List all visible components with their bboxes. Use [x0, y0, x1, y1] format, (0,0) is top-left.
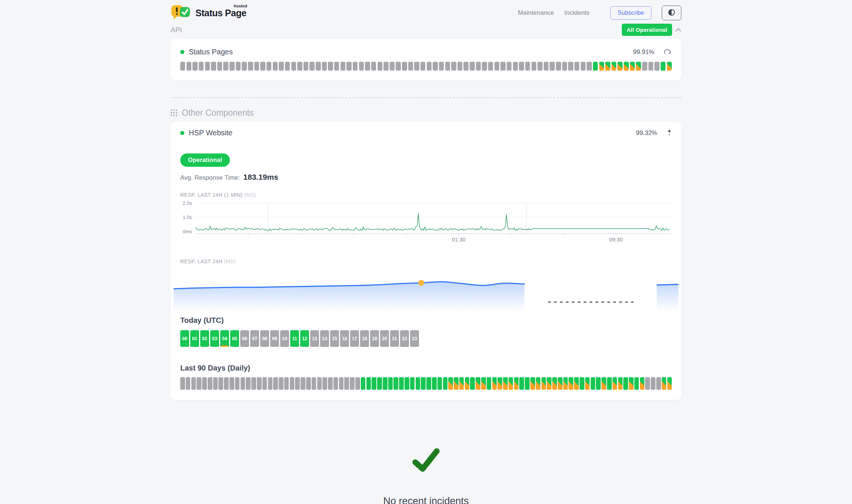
- uptime-bar[interactable]: [223, 62, 228, 71]
- uptime-bar[interactable]: [476, 62, 481, 71]
- day-bar[interactable]: [202, 377, 207, 390]
- day-bar[interactable]: [372, 377, 376, 390]
- day-bar[interactable]: [634, 377, 639, 390]
- day-bar[interactable]: [563, 377, 568, 390]
- hour-cell-16[interactable]: 16: [340, 330, 349, 347]
- day-bar[interactable]: [514, 377, 519, 390]
- uptime-bar[interactable]: [605, 62, 610, 71]
- day-bar[interactable]: [393, 377, 398, 390]
- uptime-bar[interactable]: [260, 62, 265, 71]
- uptime-bar[interactable]: [599, 62, 604, 71]
- day-bar[interactable]: [421, 377, 426, 390]
- day-bar[interactable]: [355, 377, 360, 390]
- uptime-bar[interactable]: [414, 62, 419, 71]
- day-bar[interactable]: [492, 377, 497, 390]
- uptime-bar[interactable]: [187, 62, 191, 71]
- nav-link-incidents[interactable]: Incidents: [564, 9, 590, 16]
- day-bar[interactable]: [454, 377, 459, 390]
- day-bar[interactable]: [509, 377, 513, 390]
- uptime-bar[interactable]: [322, 62, 327, 71]
- day-bar[interactable]: [459, 377, 464, 390]
- uptime-bar[interactable]: [192, 62, 197, 71]
- uptime-bar[interactable]: [248, 62, 253, 71]
- uptime-bar[interactable]: [587, 62, 591, 71]
- day-bar[interactable]: [410, 377, 415, 390]
- uptime-bar[interactable]: [451, 62, 456, 71]
- day-bar[interactable]: [558, 377, 563, 390]
- uptime-bar[interactable]: [661, 62, 665, 71]
- day-bar[interactable]: [241, 377, 245, 390]
- uptime-bar[interactable]: [463, 62, 468, 71]
- uptime-bar[interactable]: [316, 62, 321, 71]
- uptime-bar[interactable]: [624, 62, 628, 71]
- day-bar[interactable]: [306, 377, 311, 390]
- uptime-bar[interactable]: [420, 62, 425, 71]
- day-bar[interactable]: [568, 377, 573, 390]
- hour-cell-09[interactable]: 09: [270, 330, 279, 347]
- hour-cell-22[interactable]: 22: [400, 330, 409, 347]
- uptime-bar[interactable]: [568, 62, 573, 71]
- uptime-bar[interactable]: [500, 62, 505, 71]
- uptime-bar[interactable]: [408, 62, 413, 71]
- day-bar[interactable]: [218, 377, 223, 390]
- hour-cell-08[interactable]: 08: [260, 330, 269, 347]
- uptime-bar[interactable]: [279, 62, 284, 71]
- hour-cell-06[interactable]: 06: [240, 330, 249, 347]
- uptime-bar[interactable]: [359, 62, 364, 71]
- hour-cell-11[interactable]: 11: [290, 330, 299, 347]
- uptime-bar[interactable]: [346, 62, 351, 71]
- day-bar[interactable]: [503, 377, 508, 390]
- day-bar[interactable]: [591, 377, 596, 390]
- hour-cell-14[interactable]: 14: [320, 330, 329, 347]
- day-bar[interactable]: [366, 377, 371, 390]
- hour-cell-18[interactable]: 18: [360, 330, 369, 347]
- uptime-bar[interactable]: [642, 62, 647, 71]
- refresh-icon[interactable]: [664, 49, 672, 55]
- uptime-bar[interactable]: [254, 62, 259, 71]
- day-bar[interactable]: [229, 377, 234, 390]
- day-bar[interactable]: [350, 377, 355, 390]
- uptime-bar[interactable]: [211, 62, 216, 71]
- day-bar[interactable]: [596, 377, 601, 390]
- uptime-bar[interactable]: [630, 62, 635, 71]
- hour-cell-10[interactable]: 10: [280, 330, 289, 347]
- uptime-bar[interactable]: [217, 62, 222, 71]
- day-bar[interactable]: [328, 377, 333, 390]
- uptime-bar[interactable]: [180, 62, 185, 71]
- uptime-bar[interactable]: [205, 62, 210, 71]
- uptime-bar[interactable]: [291, 62, 296, 71]
- uptime-bar[interactable]: [531, 62, 536, 71]
- hour-cell-21[interactable]: 21: [390, 330, 399, 347]
- day-bar[interactable]: [629, 377, 634, 390]
- hour-cell-04[interactable]: 04: [220, 330, 229, 347]
- uptime-bar[interactable]: [229, 62, 234, 71]
- day-bar[interactable]: [662, 377, 667, 390]
- day-bar[interactable]: [399, 377, 404, 390]
- day-bar[interactable]: [481, 377, 486, 390]
- day-bar[interactable]: [246, 377, 251, 390]
- uptime-bar[interactable]: [365, 62, 370, 71]
- uptime-bar[interactable]: [519, 62, 524, 71]
- day-bar[interactable]: [530, 377, 535, 390]
- day-bar[interactable]: [273, 377, 278, 390]
- day-bar[interactable]: [257, 377, 262, 390]
- hour-cell-23[interactable]: 23: [410, 330, 419, 347]
- uptime-bar[interactable]: [550, 62, 554, 71]
- day-bar[interactable]: [618, 377, 623, 390]
- day-bar[interactable]: [322, 377, 327, 390]
- day-bar[interactable]: [552, 377, 557, 390]
- uptime-bar[interactable]: [297, 62, 302, 71]
- chart-marker[interactable]: [418, 280, 424, 286]
- day-bar[interactable]: [416, 377, 420, 390]
- uptime-bar[interactable]: [562, 62, 567, 71]
- day-bar[interactable]: [383, 377, 388, 390]
- day-bar[interactable]: [208, 377, 212, 390]
- theme-toggle-button[interactable]: [662, 6, 681, 20]
- uptime-bar[interactable]: [537, 62, 542, 71]
- uptime-bar[interactable]: [285, 62, 290, 71]
- uptime-bar[interactable]: [513, 62, 518, 71]
- day-bar[interactable]: [640, 377, 645, 390]
- response-time-minutely-chart[interactable]: 2.0s1.0s0ms01:3009:30: [180, 200, 672, 244]
- uptime-bar[interactable]: [383, 62, 388, 71]
- day-bar[interactable]: [601, 377, 606, 390]
